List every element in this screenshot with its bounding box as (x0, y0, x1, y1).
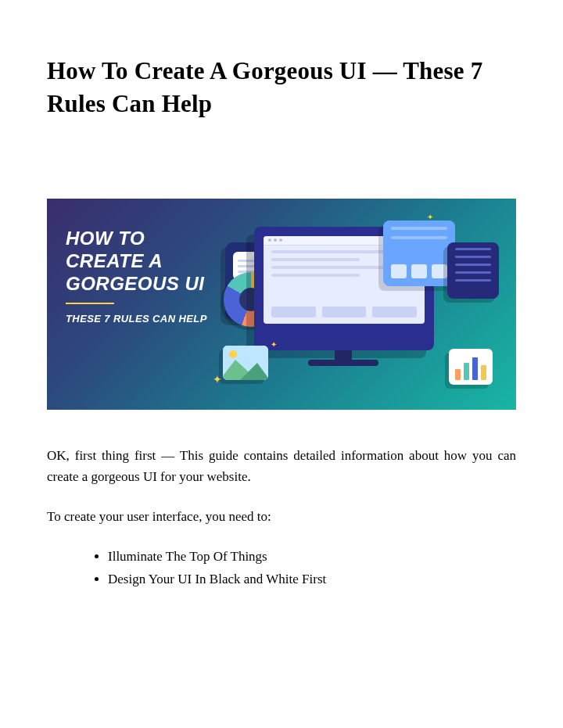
bar-chart-icon (449, 349, 493, 385)
hero-subtitle: THESE 7 RULES CAN HELP (66, 312, 222, 326)
intro-paragraph-2: To create your user interface, you need … (47, 506, 516, 527)
sparkle-icon: ✦ (213, 373, 222, 386)
hero-banner: HOW TO CREATE A GORGEOUS UI THESE 7 RULE… (47, 199, 516, 410)
intro-paragraph-1: OK, first thing first — This guide conta… (47, 445, 516, 487)
image-card-icon (223, 346, 268, 380)
page-title: How To Create A Gorgeous UI — These 7 Ru… (47, 55, 516, 120)
list-item: Design Your UI In Black and White First (108, 568, 516, 591)
list-card-graphic (447, 242, 499, 299)
hero-title: HOW TO CREATE A GORGEOUS UI (66, 227, 222, 296)
hero-divider (66, 303, 114, 304)
rules-list: Illuminate The Top Of Things Design Your… (47, 546, 516, 591)
list-item: Illuminate The Top Of Things (108, 546, 516, 568)
panel-card-graphic (383, 221, 455, 286)
sparkle-icon: ✦ (427, 213, 433, 221)
hero-text-block: HOW TO CREATE A GORGEOUS UI THESE 7 RULE… (66, 227, 222, 326)
monitor-stand-base (308, 360, 378, 366)
sparkle-icon: ✦ (271, 340, 277, 349)
